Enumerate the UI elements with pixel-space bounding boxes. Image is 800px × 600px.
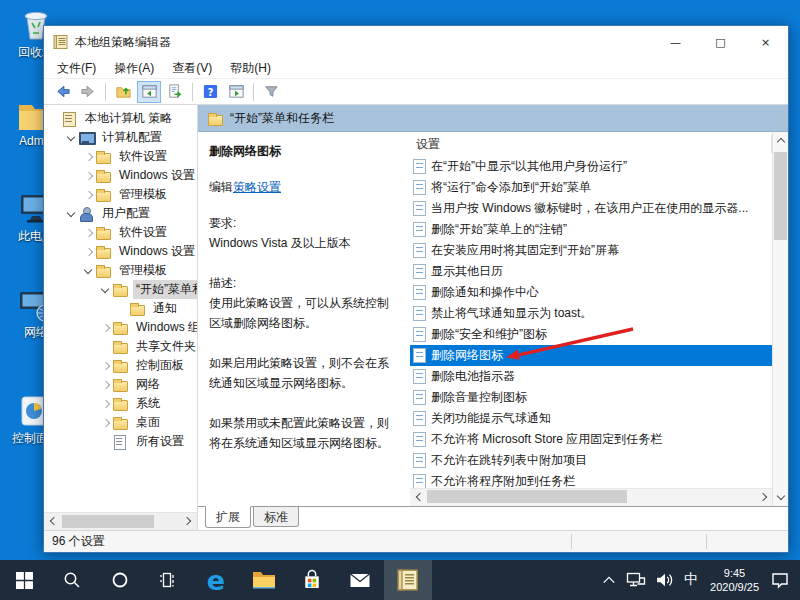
tree-item-label[interactable]: 所有设置	[133, 432, 187, 451]
settings-list-item[interactable]: 删除音量控制图标	[410, 387, 772, 408]
settings-list-item[interactable]: 不允许将 Microsoft Store 应用固定到任务栏	[410, 429, 772, 450]
tree-expander-icon[interactable]	[100, 417, 112, 429]
list-vertical-scrollbar[interactable]	[772, 132, 788, 506]
tree-expander-icon[interactable]	[83, 170, 95, 182]
tree-expander-icon[interactable]	[100, 360, 112, 372]
tree-item[interactable]: 软件设置	[44, 147, 197, 166]
tree-item[interactable]: Windows 设置	[44, 242, 197, 261]
search-button[interactable]	[48, 560, 96, 600]
store-button[interactable]	[288, 560, 336, 600]
tree-item[interactable]: 控制面板	[44, 356, 197, 375]
view-tab[interactable]: 标准	[253, 507, 299, 527]
scrollbar-thumb[interactable]	[774, 152, 787, 240]
tray-expand-button[interactable]	[597, 560, 621, 600]
tree-item-label[interactable]: Windows 设置	[116, 242, 197, 261]
tree-expander-icon[interactable]	[66, 208, 78, 220]
tree-expander-icon[interactable]	[100, 398, 112, 410]
tree-item-label[interactable]: Windows 设置	[116, 166, 197, 185]
ime-indicator[interactable]: 中	[679, 560, 703, 600]
settings-list-item[interactable]: 将“运行”命令添加到“开始”菜单	[410, 177, 772, 198]
tree-item[interactable]: 所有设置	[44, 432, 197, 451]
tree-item-label[interactable]: 管理模板	[116, 185, 170, 204]
tree-horizontal-scrollbar[interactable]	[44, 512, 197, 530]
tree-expander-icon[interactable]	[100, 341, 112, 353]
view-tab[interactable]: 扩展	[205, 506, 251, 528]
tree-expander-icon[interactable]	[83, 227, 95, 239]
settings-list-item[interactable]: 不允许将程序附加到任务栏	[410, 471, 772, 488]
tree-item-label[interactable]: 通知	[150, 299, 180, 318]
settings-list-item[interactable]: 删除网络图标	[410, 345, 772, 366]
scroll-right-icon[interactable]	[756, 489, 772, 506]
tree-item-label[interactable]: 软件设置	[116, 147, 170, 166]
tree-item[interactable]: “开始”菜单和任务栏	[44, 280, 197, 299]
settings-column-header[interactable]: 设置	[410, 132, 772, 156]
gpedit-taskbar-button[interactable]	[384, 560, 432, 600]
settings-list-item[interactable]: 在安装应用时将其固定到“开始”屏幕	[410, 240, 772, 261]
mail-button[interactable]	[336, 560, 384, 600]
tree-item[interactable]: 通知	[44, 299, 197, 318]
settings-list-item[interactable]: 当用户按 Windows 徽标键时，在该用户正在使用的显示器...	[410, 198, 772, 219]
back-button[interactable]	[50, 81, 74, 103]
clock[interactable]: 9:45 2020/9/25	[703, 560, 766, 600]
tree-item-label[interactable]: 网络	[133, 375, 163, 394]
edge-button[interactable]: e	[192, 560, 240, 600]
settings-list-item[interactable]: 禁止将气球通知显示为 toast。	[410, 303, 772, 324]
scroll-left-icon[interactable]	[410, 489, 426, 506]
tree-item-label[interactable]: 系统	[133, 394, 163, 413]
start-button[interactable]	[0, 560, 48, 600]
tree-expander-icon[interactable]	[100, 284, 112, 296]
tree-item-label[interactable]: 用户配置	[99, 204, 153, 223]
tree-item-label[interactable]: 管理模板	[116, 261, 170, 280]
menu-help[interactable]: 帮助(H)	[221, 58, 280, 79]
tree-item-label[interactable]: 本地计算机 策略	[82, 109, 175, 128]
scroll-down-icon[interactable]	[773, 489, 789, 506]
tree-expander-icon[interactable]	[100, 322, 112, 334]
tree-expander-icon[interactable]	[100, 379, 112, 391]
tree-expander-icon[interactable]	[83, 189, 95, 201]
network-tray-button[interactable]	[621, 560, 651, 600]
tree-item[interactable]: 软件设置	[44, 223, 197, 242]
filter-button[interactable]	[259, 81, 283, 103]
maximize-button[interactable]: □	[698, 26, 743, 58]
scroll-right-icon[interactable]	[180, 513, 197, 530]
settings-list-item[interactable]: 在“开始”中显示“以其他用户身份运行”	[410, 156, 772, 177]
up-one-level-button[interactable]	[111, 81, 135, 103]
settings-list-item[interactable]: 删除“开始”菜单上的“注销”	[410, 219, 772, 240]
edit-policy-setting-link[interactable]: 策略设置	[233, 180, 281, 194]
tree-item[interactable]: 桌面	[44, 413, 197, 432]
scroll-up-icon[interactable]	[773, 132, 789, 149]
tree-expander-icon[interactable]	[83, 246, 95, 258]
tree-item-label[interactable]: 软件设置	[116, 223, 170, 242]
tree-expander-icon[interactable]	[66, 132, 78, 144]
tree-item-label[interactable]: 共享文件夹	[133, 337, 197, 356]
tree-item[interactable]: 管理模板	[44, 185, 197, 204]
tree-item[interactable]: 本地计算机 策略	[44, 109, 197, 128]
tree-item[interactable]: 共享文件夹	[44, 337, 197, 356]
forward-button[interactable]	[76, 81, 100, 103]
list-horizontal-scrollbar[interactable]	[410, 488, 772, 506]
settings-list-item[interactable]: 删除电池指示器	[410, 366, 772, 387]
tree-item[interactable]: 系统	[44, 394, 197, 413]
settings-list-item[interactable]: 显示其他日历	[410, 261, 772, 282]
tree-item[interactable]: 计算机配置	[44, 128, 197, 147]
tree-item-label[interactable]: 控制面板	[133, 356, 187, 375]
tree-expander-icon[interactable]	[83, 265, 95, 277]
tree-expander-icon[interactable]	[49, 113, 61, 125]
show-console-tree-button[interactable]	[137, 81, 161, 103]
scrollbar-thumb[interactable]	[62, 515, 154, 528]
menu-view[interactable]: 查看(V)	[163, 58, 221, 79]
tree-expander-icon[interactable]	[100, 436, 112, 448]
tree-item-label[interactable]: 桌面	[133, 413, 163, 432]
cortana-button[interactable]	[96, 560, 144, 600]
tree-item[interactable]: 网络	[44, 375, 197, 394]
tree-item[interactable]: 管理模板	[44, 261, 197, 280]
tree-item[interactable]: Windows 设置	[44, 166, 197, 185]
tree-item-label[interactable]: Windows 组件	[133, 318, 197, 337]
action-center-button[interactable]	[766, 560, 794, 600]
menu-file[interactable]: 文件(F)	[48, 58, 105, 79]
tree-item-label[interactable]: “开始”菜单和任务栏	[133, 280, 197, 299]
tree-item[interactable]: Windows 组件	[44, 318, 197, 337]
tree-expander-icon[interactable]	[117, 303, 129, 315]
menu-action[interactable]: 操作(A)	[105, 58, 163, 79]
scrollbar-thumb[interactable]	[427, 490, 627, 503]
